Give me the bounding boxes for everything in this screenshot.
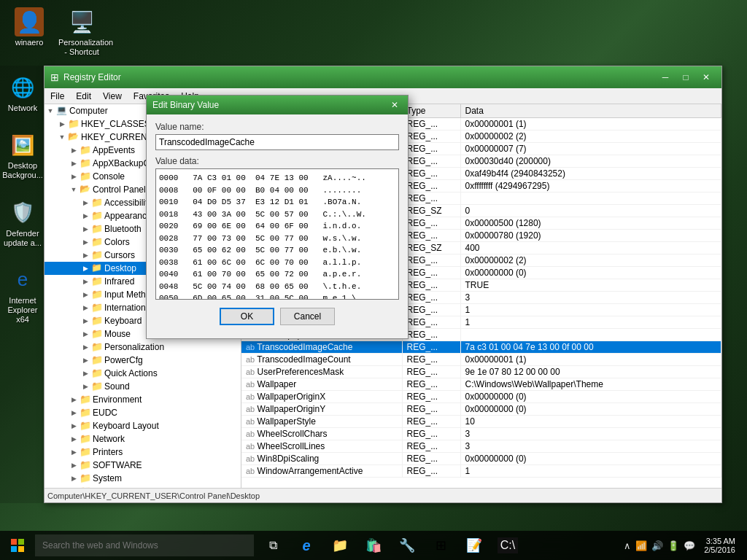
start-button[interactable]: [0, 531, 35, 560]
taskbar-app-grid[interactable]: ⊞: [425, 531, 457, 560]
network-tray-icon[interactable]: 📶: [635, 540, 647, 551]
taskbar: ⧉ e 📁 🛍️ 🔧 ⊞ 📝 C:\: [0, 531, 747, 560]
dialog-close-button[interactable]: ✕: [387, 99, 402, 111]
svg-rect-0: [11, 539, 17, 545]
svg-rect-2: [11, 546, 17, 552]
word-icon: 📝: [466, 537, 482, 553]
taskbar-app-taskview[interactable]: ⧉: [257, 531, 289, 560]
taskbar-app-edge[interactable]: e: [290, 531, 322, 560]
value-name-input[interactable]: [155, 134, 399, 150]
task-view-icon: ⧉: [269, 539, 277, 552]
cancel-button[interactable]: Cancel: [280, 308, 335, 325]
taskbar-app-cmd[interactable]: C:\: [492, 531, 524, 560]
edge-icon: e: [302, 537, 310, 554]
dialog-title: Edit Binary Value: [152, 100, 387, 110]
value-name-label: Value name:: [155, 122, 399, 132]
taskbar-clock[interactable]: 3:35 AM 2/5/2016: [698, 537, 741, 554]
dialog-buttons: OK Cancel: [155, 308, 399, 331]
dialog-titlebar: Edit Binary Value ✕: [147, 96, 408, 114]
cmd-icon: C:\: [498, 537, 518, 553]
dialog-overlay: Edit Binary Value ✕ Value name: Value da…: [0, 0, 747, 560]
explorer-icon: 📁: [332, 537, 348, 553]
desktop: 👤 winaero 🖥️ Personalization - Shortcut …: [0, 0, 747, 560]
svg-rect-3: [18, 546, 24, 552]
notification-icon[interactable]: 💬: [684, 540, 695, 551]
volume-icon[interactable]: 🔊: [651, 540, 663, 551]
dialog-body: Value name: Value data: 0000 7A C3 01 00…: [147, 114, 408, 338]
taskbar-search-input[interactable]: [35, 534, 254, 556]
svg-rect-1: [18, 539, 24, 545]
system-tray-icons: ∧ 📶 🔊 🔋 💬: [624, 540, 695, 551]
grid-icon: ⊞: [436, 537, 446, 553]
taskbar-app-store[interactable]: 🛍️: [357, 531, 390, 560]
ok-button[interactable]: OK: [220, 308, 274, 325]
battery-icon[interactable]: 🔋: [667, 540, 679, 551]
edit-binary-dialog: Edit Binary Value ✕ Value name: Value da…: [146, 95, 409, 339]
taskbar-time-display: 3:35 AM: [704, 537, 735, 545]
taskbar-date-display: 2/5/2016: [704, 545, 735, 554]
chevron-up-icon[interactable]: ∧: [624, 540, 631, 551]
taskbar-app-apps1[interactable]: 🔧: [391, 531, 423, 560]
taskbar-app-word[interactable]: 📝: [458, 531, 490, 560]
value-data-textarea[interactable]: 0000 7A C3 01 00 04 7E 13 00 zA....~.. 0…: [155, 168, 399, 300]
store-icon: 🛍️: [365, 537, 382, 553]
taskbar-apps: ⧉ e 📁 🛍️ 🔧 ⊞ 📝 C:\: [257, 531, 524, 560]
apps1-icon: 🔧: [399, 537, 415, 553]
taskbar-app-explorer[interactable]: 📁: [324, 531, 356, 560]
taskbar-right: ∧ 📶 🔊 🔋 💬 3:35 AM 2/5/2016: [624, 537, 747, 554]
value-data-label: Value data:: [155, 156, 399, 166]
